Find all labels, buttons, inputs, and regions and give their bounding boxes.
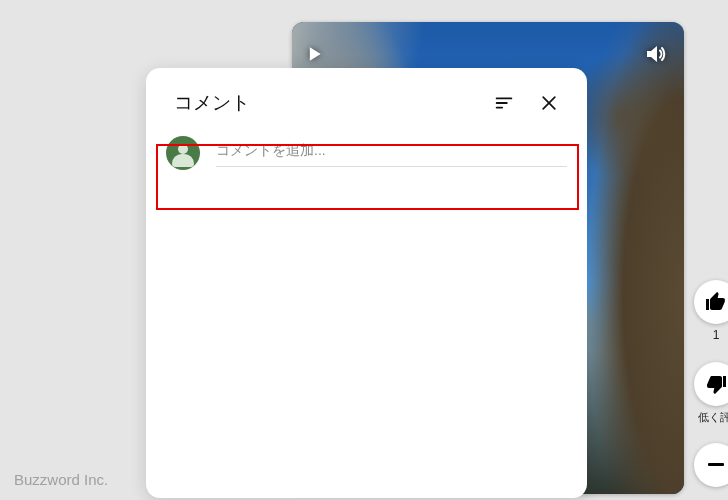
comment-header-actions <box>493 92 559 114</box>
dislike-label: 低く評 <box>698 410 729 425</box>
footer-brand: Buzzword Inc. <box>14 471 108 488</box>
more-button[interactable] <box>694 443 728 487</box>
action-rail: 1 低く評 <box>694 280 728 487</box>
comment-input-row <box>146 124 587 176</box>
volume-icon[interactable] <box>642 42 668 66</box>
comment-input[interactable] <box>216 138 567 167</box>
avatar <box>166 136 200 170</box>
dislike-button[interactable] <box>694 362 728 406</box>
comment-header: コメント <box>146 68 587 124</box>
play-icon[interactable] <box>304 42 324 66</box>
comment-title: コメント <box>174 90 250 116</box>
close-icon[interactable] <box>539 93 559 113</box>
like-button[interactable] <box>694 280 728 324</box>
like-count: 1 <box>713 328 720 342</box>
comment-panel: コメント <box>146 68 587 498</box>
sort-icon[interactable] <box>493 92 515 114</box>
svg-rect-0 <box>708 463 724 466</box>
